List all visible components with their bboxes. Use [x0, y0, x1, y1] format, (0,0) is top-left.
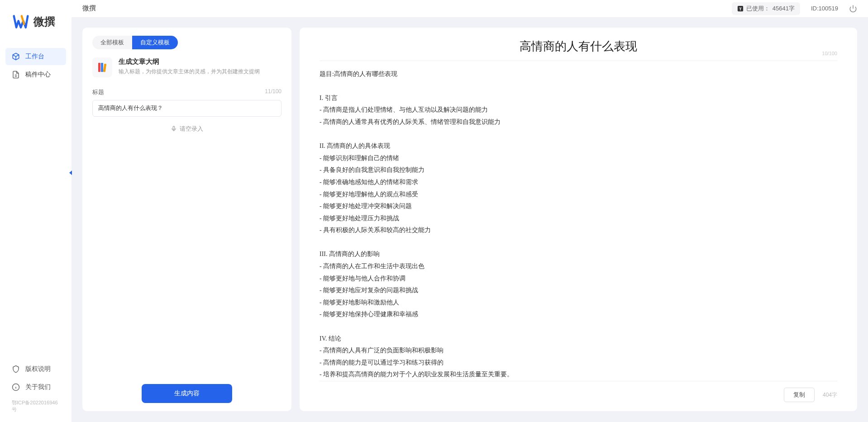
copy-button[interactable]: 复制 [784, 388, 815, 402]
usage-label: 已使用： [746, 5, 770, 13]
logo-text: 微撰 [33, 14, 55, 29]
shield-icon [12, 365, 20, 373]
topbar-title: 微撰 [82, 4, 96, 13]
user-id: ID:100519 [811, 5, 838, 12]
output-title-row: 高情商的人有什么表现 10/100 [320, 38, 837, 61]
topbar-right: T 已使用： 45641字 ID:100519 [732, 2, 857, 15]
tab-custom-templates[interactable]: 自定义模板 [132, 36, 178, 49]
info-icon [12, 383, 20, 391]
tool-desc: 输入标题，为你提供文章主体的灵感，并为其创建推文提纲 [119, 68, 260, 76]
svg-text:T: T [739, 6, 742, 11]
output-char-count: 404字 [823, 391, 837, 399]
title-field-header: 标题 11/100 [92, 88, 281, 96]
microphone-icon [171, 126, 177, 132]
output-title-count: 10/100 [822, 51, 837, 56]
sidebar-footer: 版权说明 关于我们 鄂ICP备2022016946号 [0, 360, 72, 416]
tool-card: 生成文章大纲 输入标题，为你提供文章主体的灵感，并为其创建推文提纲 [92, 57, 281, 77]
text-icon: T [737, 5, 744, 12]
usage-value: 45641字 [773, 5, 795, 13]
content: 全部模板 自定义模板 生成文章大纲 输入标题，为你提供文章主体的灵感，并为其创建… [72, 18, 868, 422]
output-title: 高情商的人有什么表现 [520, 38, 637, 54]
nav-copyright[interactable]: 版权说明 [5, 360, 66, 378]
usage-pill: T 已使用： 45641字 [732, 2, 800, 15]
svg-rect-5 [103, 63, 106, 72]
voice-label: 请空录入 [180, 125, 203, 133]
right-panel: 高情商的人有什么表现 10/100 题目:高情商的人有哪些表现 I. 引言 - … [300, 28, 857, 411]
svg-rect-3 [98, 63, 100, 72]
output-footer: 复制 404字 [320, 381, 837, 402]
svg-rect-4 [101, 63, 103, 72]
nav-label: 稿件中心 [25, 71, 51, 79]
nav-about[interactable]: 关于我们 [5, 379, 66, 396]
cube-icon [12, 52, 20, 61]
nav-label: 关于我们 [25, 383, 51, 391]
svg-rect-6 [173, 126, 175, 129]
left-panel: 全部模板 自定义模板 生成文章大纲 输入标题，为你提供文章主体的灵感，并为其创建… [82, 28, 291, 411]
sidebar: 微撰 工作台 稿件中心 版权说明 关于我们 鄂ICP备2022016946号 [0, 0, 72, 422]
icp-text: 鄂ICP备2022016946号 [5, 397, 66, 416]
nav-label: 版权说明 [25, 365, 51, 373]
chevron-left-icon [68, 170, 73, 176]
title-label: 标题 [92, 88, 104, 96]
main: 微撰 T 已使用： 45641字 ID:100519 全部模板 自定义模板 [72, 0, 868, 422]
tab-all-templates[interactable]: 全部模板 [92, 36, 132, 49]
logo: 微撰 [0, 14, 72, 30]
sidebar-collapse-handle[interactable] [67, 168, 74, 177]
app-root: 微撰 工作台 稿件中心 版权说明 关于我们 鄂ICP备2022016946号 [0, 0, 868, 422]
tool-info: 生成文章大纲 输入标题，为你提供文章主体的灵感，并为其创建推文提纲 [119, 57, 260, 76]
nav-label: 工作台 [25, 52, 44, 61]
voice-input-row[interactable]: 请空录入 [92, 125, 281, 133]
sidebar-nav: 工作台 稿件中心 [0, 48, 72, 360]
tool-title: 生成文章大纲 [119, 57, 260, 66]
template-tabs: 全部模板 自定义模板 [92, 36, 281, 49]
nav-drafts[interactable]: 稿件中心 [5, 66, 66, 83]
nav-workbench[interactable]: 工作台 [5, 48, 66, 65]
title-count: 11/100 [265, 88, 281, 96]
title-input[interactable] [92, 100, 281, 117]
power-icon[interactable] [849, 5, 857, 13]
topbar: 微撰 T 已使用： 45641字 ID:100519 [72, 0, 868, 18]
spacer [92, 138, 281, 384]
document-icon [12, 71, 20, 79]
generate-button[interactable]: 生成内容 [142, 384, 232, 403]
logo-icon [13, 14, 29, 30]
output-body[interactable]: 题目:高情商的人有哪些表现 I. 引言 - 高情商是指人们处理情绪、与他人互动以… [320, 68, 837, 381]
tool-books-icon [92, 57, 112, 77]
